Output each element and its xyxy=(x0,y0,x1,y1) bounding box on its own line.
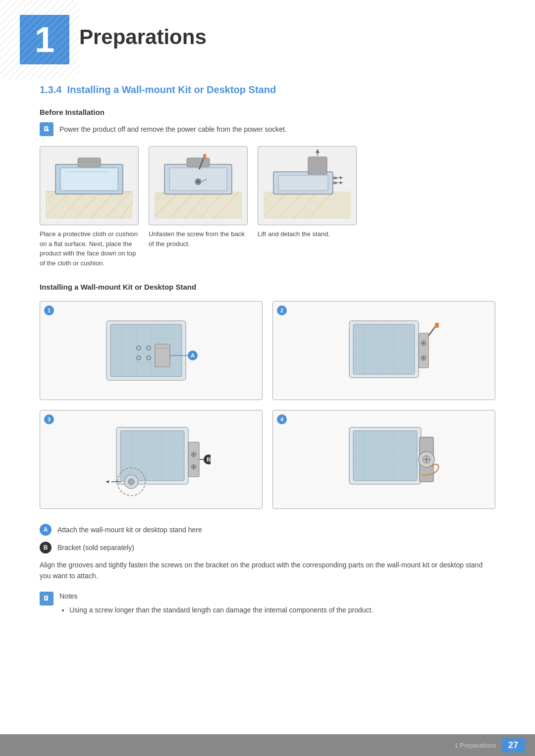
step1-svg: A xyxy=(92,308,211,393)
badge-b: B xyxy=(40,542,52,554)
footer-page-number: 27 xyxy=(501,738,525,753)
image-caption-3: Lift and detach the stand. xyxy=(258,229,330,239)
section-title: Installing a Wall-mount Kit or Desktop S… xyxy=(67,84,276,95)
svg-rect-43 xyxy=(308,157,327,174)
page-container: 1 Preparations 1.3.4 Installing a Wall-m… xyxy=(0,0,535,756)
svg-rect-86 xyxy=(435,323,439,328)
svg-rect-16 xyxy=(78,158,101,167)
chapter-title: Preparations xyxy=(79,15,207,50)
before-installation-text: Power the product off and remove the pow… xyxy=(59,122,287,135)
steps-grid: 1 xyxy=(40,301,495,509)
step-number-1: 1 xyxy=(44,305,54,315)
content-area: 1.3.4 Installing a Wall-mount Kit or Des… xyxy=(0,74,535,665)
svg-rect-47 xyxy=(333,177,337,179)
image-caption-2: Unfasten the screw from the back of the … xyxy=(149,229,248,249)
svg-marker-50 xyxy=(340,176,343,179)
notes-note-row: Notes Using a screw longer than the stan… xyxy=(40,592,495,615)
svg-rect-19 xyxy=(155,192,242,219)
svg-rect-15 xyxy=(60,168,118,191)
svg-rect-35 xyxy=(264,192,351,219)
section-number: 1.3.4 xyxy=(40,84,61,95)
screw-illustration xyxy=(150,147,247,224)
legend-text-b: Bracket (sold separately) xyxy=(57,544,134,552)
svg-marker-46 xyxy=(316,149,320,153)
notes-label-text: Notes Using a screw longer than the stan… xyxy=(59,592,373,615)
installing-heading: Installing a Wall-mount Kit or Desktop S… xyxy=(40,283,495,291)
image-block-1: Place a protective cloth or cushion on a… xyxy=(40,146,139,268)
step4-svg xyxy=(324,417,443,502)
notes-section: Notes Using a screw longer than the stan… xyxy=(40,592,495,615)
svg-text:B: B xyxy=(207,456,211,462)
page-footer: 1 Preparations 27 xyxy=(0,734,535,756)
installation-images-row: Place a protective cloth or cushion on a… xyxy=(40,146,495,268)
svg-rect-99 xyxy=(188,442,199,477)
svg-rect-72 xyxy=(353,324,415,374)
svg-rect-66 xyxy=(155,344,170,367)
svg-rect-78 xyxy=(419,333,428,368)
step-image-3: 3 xyxy=(40,410,263,509)
lift-illustration xyxy=(259,147,356,224)
svg-rect-5 xyxy=(46,192,133,219)
notes-label: Notes xyxy=(59,592,78,600)
svg-rect-48 xyxy=(333,182,337,184)
step-image-2: 2 xyxy=(272,301,495,400)
section-heading: 1.3.4 Installing a Wall-mount Kit or Des… xyxy=(40,84,495,98)
svg-marker-52 xyxy=(340,181,343,184)
svg-rect-42 xyxy=(278,175,328,191)
before-installation-note: Power the product off and remove the pow… xyxy=(40,122,495,136)
image-unfasten-screw xyxy=(149,146,248,225)
notes-pencil-icon xyxy=(43,595,51,603)
pencil-icon xyxy=(43,125,51,133)
svg-rect-28 xyxy=(187,158,210,167)
svg-text:A: A xyxy=(191,353,195,358)
notes-bullet-1: Using a screw longer than the standard l… xyxy=(69,605,373,615)
image-block-3: Lift and detach the stand. xyxy=(258,146,357,268)
description-text: Align the grooves and tightly fasten the… xyxy=(40,559,495,582)
svg-point-96 xyxy=(128,479,134,485)
image-caption-1: Place a protective cloth or cushion on a… xyxy=(40,229,139,268)
svg-rect-88 xyxy=(120,431,184,481)
footer-section-text: 1 Preparations xyxy=(454,742,496,749)
legend-text-a: Attach the wall-mount kit or desktop sta… xyxy=(57,526,202,534)
step2-svg xyxy=(324,308,443,393)
legend-row-a: A Attach the wall-mount kit or desktop s… xyxy=(40,524,495,536)
step-number-4: 4 xyxy=(277,414,287,424)
image-lift-stand xyxy=(258,146,357,225)
step-number-2: 2 xyxy=(277,305,287,315)
svg-rect-33 xyxy=(203,154,206,159)
image-block-2: Unfasten the screw from the back of the … xyxy=(149,146,248,268)
legend-row-b: B Bracket (sold separately) xyxy=(40,542,495,554)
before-installation-heading: Before Installation xyxy=(40,108,495,116)
header-section: 1 Preparations xyxy=(0,0,535,74)
image-place-cloth xyxy=(40,146,139,225)
svg-line-85 xyxy=(428,326,436,336)
step-image-1: 1 xyxy=(40,301,263,400)
notes-icon xyxy=(40,592,54,605)
svg-rect-54 xyxy=(110,324,182,377)
chapter-number: 1 xyxy=(35,19,54,60)
step-image-4: 4 xyxy=(272,410,495,509)
step-number-3: 3 xyxy=(44,414,54,424)
badge-a: A xyxy=(40,524,52,536)
cloth-illustration xyxy=(41,147,138,224)
notes-bullet-list: Using a screw longer than the standard l… xyxy=(69,605,373,615)
svg-marker-98 xyxy=(106,480,109,483)
step3-svg: B xyxy=(92,417,211,502)
svg-rect-110 xyxy=(353,431,417,481)
note-icon xyxy=(40,122,54,136)
chapter-number-box: 1 xyxy=(20,15,69,64)
